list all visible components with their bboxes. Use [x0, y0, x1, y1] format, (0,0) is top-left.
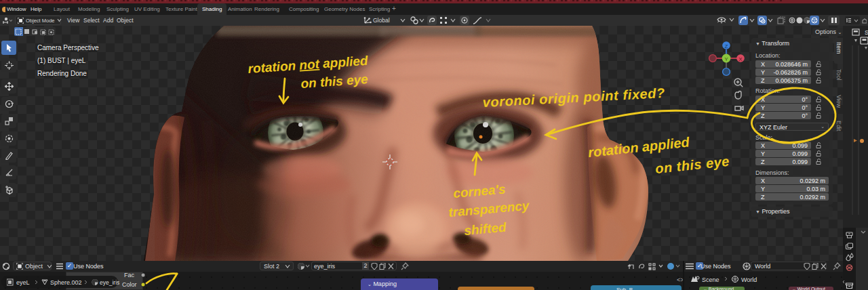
svg-text:X: X	[738, 56, 743, 62]
svg-text:Sphere.002: Sphere.002	[50, 279, 82, 286]
svg-text:eye_iris: eye_iris	[100, 279, 119, 286]
svg-text:Y: Y	[724, 56, 728, 62]
svg-text:Sc: Sc	[865, 29, 868, 36]
svg-text:Z: Z	[725, 43, 728, 49]
svg-text:World: World	[741, 276, 757, 283]
svg-text:Scene: Scene	[702, 276, 719, 283]
svg-text:eyeL: eyeL	[16, 279, 30, 286]
